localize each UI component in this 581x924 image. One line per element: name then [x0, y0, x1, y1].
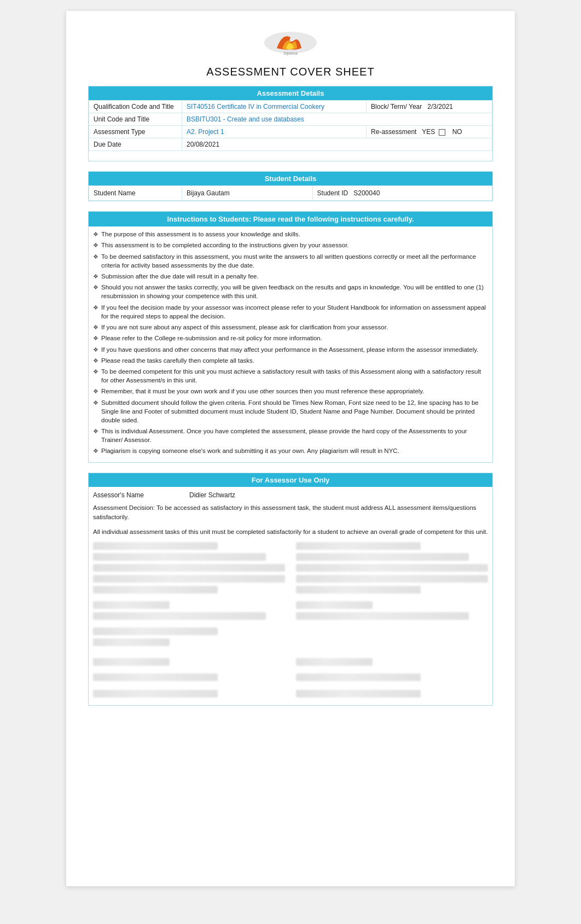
- student-name-row: Student Name Bijaya Gautam Student ID S2…: [89, 186, 492, 201]
- blurred-content: [93, 542, 488, 701]
- instruction-text: If you feel the decision made by your as…: [101, 303, 488, 321]
- unit-code-label: Unit Code and Title: [89, 113, 182, 126]
- diamond-icon: ❖: [93, 387, 98, 396]
- instruction-text: To be deemed competent for this unit you…: [101, 367, 488, 385]
- instruction-item-3: ❖To be deemed satisfactory in this asses…: [93, 252, 488, 270]
- instruction-text: To be deemed satisfactory in this assess…: [101, 252, 488, 270]
- student-name-value: Bijaya Gautam: [182, 186, 313, 201]
- block-term-value: 2/3/2021: [427, 103, 453, 111]
- svg-text:Diploma: Diploma: [283, 51, 298, 56]
- assessment-type-label: Assessment Type: [89, 126, 182, 138]
- reassessment-label: Re-assessment: [371, 128, 416, 136]
- student-details-table: Student Name Bijaya Gautam Student ID S2…: [89, 185, 492, 201]
- instruction-item-11: ❖To be deemed competent for this unit yo…: [93, 367, 488, 385]
- qualification-value: SIT40516 Certificate IV in Commercial Co…: [182, 101, 367, 113]
- diamond-icon: ❖: [93, 253, 98, 261]
- unit-code-row: Unit Code and Title BSBITU301 - Create a…: [89, 113, 492, 126]
- instruction-item-5: ❖Should you not answer the tasks correct…: [93, 283, 488, 300]
- assessment-type-value: A2. Project 1: [182, 126, 367, 138]
- diamond-icon: ❖: [93, 230, 98, 239]
- assessment-type-row: Assessment Type A2. Project 1 Re-assessm…: [89, 126, 492, 138]
- instruction-text: Please refer to the College re-submissio…: [101, 334, 322, 342]
- assessor-decision-text2: All individual assessment tasks of this …: [93, 527, 488, 537]
- diamond-icon: ❖: [93, 346, 98, 354]
- instruction-item-1: ❖The purpose of this assessment is to as…: [93, 230, 488, 239]
- assessor-decision-text1: Assessment Decision: To be accessed as s…: [93, 503, 488, 522]
- assessment-details-section: Assessment Details Qualification Code an…: [88, 86, 493, 161]
- diamond-icon: ❖: [93, 334, 98, 342]
- block-term-label: Block/ Term/ Year: [371, 103, 422, 111]
- instruction-text: If you have questions and other concerns…: [101, 345, 478, 354]
- logo: Diploma: [258, 27, 323, 57]
- due-date-value: 20/08/2021: [182, 138, 492, 151]
- logo-area: Diploma: [88, 27, 493, 59]
- assessor-section: For Assessor Use Only Assessor's Name Di…: [88, 473, 493, 706]
- instruction-text: Plagiarism is copying someone else's wor…: [101, 446, 399, 455]
- instruction-item-13: ❖Submitted document should follow the gi…: [93, 398, 488, 425]
- qualification-label: Qualification Code and Title: [89, 101, 182, 113]
- yes-label: YES: [422, 128, 435, 136]
- student-id-value: S200040: [353, 189, 380, 197]
- diamond-icon: ❖: [93, 399, 98, 407]
- instruction-text: This assessment is to be completed accor…: [101, 241, 349, 249]
- student-id-cell: Student ID S200040: [312, 186, 492, 201]
- instruction-text: Remember, that it must be your own work …: [101, 387, 424, 396]
- student-name-label: Student Name: [89, 186, 182, 201]
- diamond-icon: ❖: [93, 323, 98, 332]
- assessment-details-header: Assessment Details: [89, 86, 492, 100]
- due-date-row: Due Date 20/08/2021: [89, 138, 492, 151]
- instruction-text: This is individual Assessment. Once you …: [101, 427, 488, 444]
- student-details-header: Student Details: [89, 172, 492, 185]
- no-label: NO: [452, 128, 462, 136]
- instruction-item-2: ❖This assessment is to be completed acco…: [93, 241, 488, 249]
- diamond-icon: ❖: [93, 427, 98, 435]
- instruction-text: If you are not sure about any aspect of …: [101, 323, 388, 332]
- instruction-item-15: ❖Plagiarism is copying someone else's wo…: [93, 446, 488, 455]
- instruction-item-12: ❖Remember, that it must be your own work…: [93, 387, 488, 396]
- page-title: ASSESSMENT COVER SHEET: [88, 66, 493, 78]
- student-id-label: Student ID: [317, 189, 348, 197]
- instruction-text: Submission after the due date will resul…: [101, 272, 259, 281]
- diamond-icon: ❖: [93, 368, 98, 376]
- diamond-icon: ❖: [93, 357, 98, 365]
- diamond-icon: ❖: [93, 241, 98, 249]
- qualification-row: Qualification Code and Title SIT40516 Ce…: [89, 101, 492, 113]
- instruction-item-9: ❖If you have questions and other concern…: [93, 345, 488, 354]
- assessor-name-label: Assessor's Name: [93, 491, 181, 499]
- instruction-item-8: ❖Please refer to the College re-submissi…: [93, 334, 488, 342]
- instruction-text: Should you not answer the tasks correctl…: [101, 283, 488, 300]
- instruction-item-4: ❖Submission after the due date will resu…: [93, 272, 488, 281]
- yes-checkbox[interactable]: [439, 129, 445, 136]
- assessment-details-table: Qualification Code and Title SIT40516 Ce…: [89, 100, 492, 151]
- diamond-icon: ❖: [93, 283, 98, 292]
- block-term-cell: Block/ Term/ Year 2/3/2021: [367, 101, 492, 113]
- instructions-list: ❖The purpose of this assessment is to as…: [89, 230, 492, 462]
- instructions-header: Instructions to Students: Please read th…: [89, 212, 492, 226]
- assessor-name-row: Assessor's Name Didier Schwartz: [93, 491, 488, 499]
- instruction-text: The purpose of this assessment is to ass…: [101, 230, 300, 239]
- student-details-section: Student Details Student Name Bijaya Gaut…: [88, 171, 493, 201]
- assessor-body: Assessor's Name Didier Schwartz Assessme…: [89, 487, 492, 706]
- instruction-text: Please read the tasks carefully then com…: [101, 356, 254, 365]
- instruction-text: Submitted document should follow the giv…: [101, 398, 488, 425]
- page: Diploma ASSESSMENT COVER SHEET Assessmen…: [66, 11, 515, 886]
- diamond-icon: ❖: [93, 272, 98, 281]
- instructions-section: Instructions to Students: Please read th…: [88, 211, 493, 463]
- instruction-item-7: ❖If you are not sure about any aspect of…: [93, 323, 488, 332]
- diamond-icon: ❖: [93, 304, 98, 312]
- diamond-icon: ❖: [93, 447, 98, 455]
- unit-code-value: BSBITU301 - Create and use databases: [182, 113, 492, 126]
- due-date-label: Due Date: [89, 138, 182, 151]
- instruction-item-6: ❖If you feel the decision made by your a…: [93, 303, 488, 321]
- instruction-item-10: ❖Please read the tasks carefully then co…: [93, 356, 488, 365]
- assessor-name-value: Didier Schwartz: [189, 491, 235, 499]
- assessor-section-header: For Assessor Use Only: [89, 473, 492, 487]
- reassessment-cell: Re-assessment YES NO: [367, 126, 492, 138]
- instruction-item-14: ❖This is individual Assessment. Once you…: [93, 427, 488, 444]
